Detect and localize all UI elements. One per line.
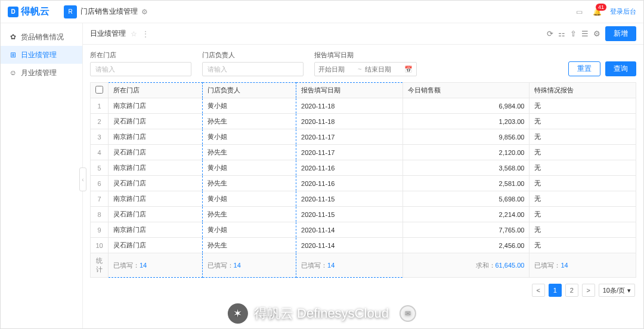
filter-store-label: 所在门店 [90, 51, 191, 60]
brand-icon: D [8, 7, 18, 17]
filter-store-input[interactable] [90, 62, 191, 76]
kebab-icon[interactable]: ⋮ [142, 30, 149, 38]
bell-icon[interactable]: 🔔 41 [592, 7, 602, 17]
grid-icon: ⊞ [9, 51, 17, 59]
cell-store: 南京路门店 [109, 98, 203, 114]
summary-report: 已填写：14 [530, 253, 636, 278]
row-number: 10 [91, 238, 109, 253]
cell-store: 灵石路门店 [109, 114, 203, 129]
cell-sales: 2,456.00 [402, 238, 530, 253]
table-header-row: 所在门店 门店负责人 报告填写日期 今日销售额 特殊情况报告 [91, 83, 636, 98]
export-icon[interactable]: ⇧ [570, 29, 577, 38]
pager-next[interactable]: > [582, 284, 595, 297]
table-row[interactable]: 6灵石路门店孙先生2020-11-162,581.00无 [91, 176, 636, 191]
pager-prev[interactable]: < [532, 284, 545, 297]
image-icon[interactable]: ⚏ [558, 29, 565, 38]
summary-date: 已填写：14 [296, 253, 403, 278]
sidebar-item-monthly-performance[interactable]: ☺ 月业绩管理 [1, 64, 82, 82]
top-header: D 得帆云 R 门店销售业绩管理 ⚙ ▭ 🔔 41 登录后台 [1, 1, 643, 23]
table-row[interactable]: 2灵石路门店孙先生2020-11-181,203.00无 [91, 114, 636, 129]
cell-sales: 7,765.00 [402, 222, 530, 238]
table-row[interactable]: 7南京路门店黄小姐2020-11-155,698.00无 [91, 191, 636, 207]
refresh-icon[interactable]: ⟳ [547, 29, 553, 38]
sidebar-item-daily-performance[interactable]: ⊞ 日业绩管理 [1, 46, 82, 64]
table-row[interactable]: 1南京路门店黄小姐2020-11-186,984.00无 [91, 98, 636, 114]
app-icon: R [64, 5, 77, 18]
cell-report: 无 [530, 222, 636, 238]
table-row[interactable]: 9南京路门店黄小姐2020-11-147,765.00无 [91, 222, 636, 238]
table-row[interactable]: 10灵石路门店孙先生2020-11-142,456.00无 [91, 238, 636, 253]
filter-icon[interactable]: ⚙ [593, 29, 600, 38]
add-button[interactable]: 新增 [605, 26, 636, 41]
cell-owner: 孙先生 [202, 238, 296, 253]
app-title-group: R 门店销售业绩管理 ⚙ [64, 5, 148, 18]
brand-text: 得帆云 [21, 5, 49, 18]
sidebar: ✿ 货品销售情况 ⊞ 日业绩管理 ☺ 月业绩管理 [1, 23, 83, 328]
cell-store: 灵石路门店 [109, 145, 203, 160]
sidebar-item-product-sales[interactable]: ✿ 货品销售情况 [1, 28, 82, 46]
filter-owner-input[interactable] [202, 62, 304, 76]
pager-size-select[interactable]: 10条/页▾ [599, 284, 635, 297]
pager-page-2[interactable]: 2 [565, 284, 578, 297]
filter-date-range[interactable]: ~ 📅 [314, 62, 417, 76]
cell-report: 无 [530, 129, 636, 145]
page-title: 日业绩管理 [90, 29, 126, 39]
top-actions: ▭ 🔔 41 登录后台 [574, 7, 636, 17]
reset-button[interactable]: 重置 [568, 61, 600, 76]
col-store[interactable]: 所在门店 [109, 83, 203, 98]
summary-sales: 求和：61,645.00 [402, 253, 530, 278]
cell-owner: 孙先生 [202, 114, 296, 129]
star-icon[interactable]: ☆ [131, 30, 137, 38]
cell-store: 南京路门店 [109, 191, 203, 207]
col-sales[interactable]: 今日销售额 [402, 83, 530, 98]
pager-page-1[interactable]: 1 [549, 284, 562, 297]
row-number: 8 [91, 207, 109, 222]
cell-sales: 9,856.00 [402, 129, 530, 145]
cell-date: 2020-11-14 [296, 222, 403, 238]
cell-sales: 1,203.00 [402, 114, 530, 129]
cell-date: 2020-11-18 [296, 114, 403, 129]
gear-icon[interactable]: ⚙ [141, 8, 148, 16]
list-icon[interactable]: ☰ [581, 29, 589, 38]
filter-date-end[interactable] [365, 66, 401, 73]
user-icon: ☺ [9, 69, 17, 77]
brand-logo: D 得帆云 [8, 5, 49, 18]
col-report[interactable]: 特殊情况报告 [530, 83, 636, 98]
cell-store: 南京路门店 [109, 160, 203, 176]
row-number: 9 [91, 222, 109, 238]
cell-owner: 黄小姐 [202, 160, 296, 176]
bell-badge: 41 [596, 4, 606, 11]
table-row[interactable]: 8灵石路门店孙先生2020-11-152,214.00无 [91, 207, 636, 222]
table-row[interactable]: 5南京路门店黄小姐2020-11-163,568.00无 [91, 160, 636, 176]
filter-date-start[interactable] [318, 66, 354, 73]
search-button[interactable]: 查询 [605, 61, 636, 76]
col-owner[interactable]: 门店负责人 [202, 83, 296, 98]
cell-date: 2020-11-16 [296, 176, 403, 191]
calendar-icon: 📅 [404, 66, 413, 73]
sidebar-item-label: 货品销售情况 [21, 32, 64, 42]
cell-report: 无 [530, 207, 636, 222]
summary-store: 已填写：14 [109, 253, 203, 278]
cell-sales: 6,984.00 [402, 98, 530, 114]
table-row[interactable]: 3南京路门店黄小姐2020-11-179,856.00无 [91, 129, 636, 145]
table-row[interactable]: 4灵石路门店孙先生2020-11-172,120.00无 [91, 145, 636, 160]
cell-owner: 黄小姐 [202, 191, 296, 207]
col-date[interactable]: 报告填写日期 [296, 83, 403, 98]
checkbox-all[interactable] [95, 86, 103, 94]
summary-owner: 已填写：14 [202, 253, 296, 278]
cell-report: 无 [530, 145, 636, 160]
cell-store: 灵石路门店 [109, 207, 203, 222]
app-title: 门店销售业绩管理 [80, 7, 138, 17]
monitor-icon[interactable]: ▭ [574, 7, 584, 17]
chevron-down-icon: ▾ [627, 287, 631, 294]
cell-store: 灵石路门店 [109, 176, 203, 191]
cell-owner: 黄小姐 [202, 98, 296, 114]
login-link[interactable]: 登录后台 [610, 7, 636, 16]
pagination: < 1 2 > 10条/页▾ [83, 278, 643, 303]
sidebar-collapse-handle[interactable]: ‹ [79, 167, 86, 191]
row-number: 6 [91, 176, 109, 191]
cell-report: 无 [530, 238, 636, 253]
cell-date: 2020-11-17 [296, 129, 403, 145]
cell-report: 无 [530, 114, 636, 129]
cell-owner: 黄小姐 [202, 222, 296, 238]
